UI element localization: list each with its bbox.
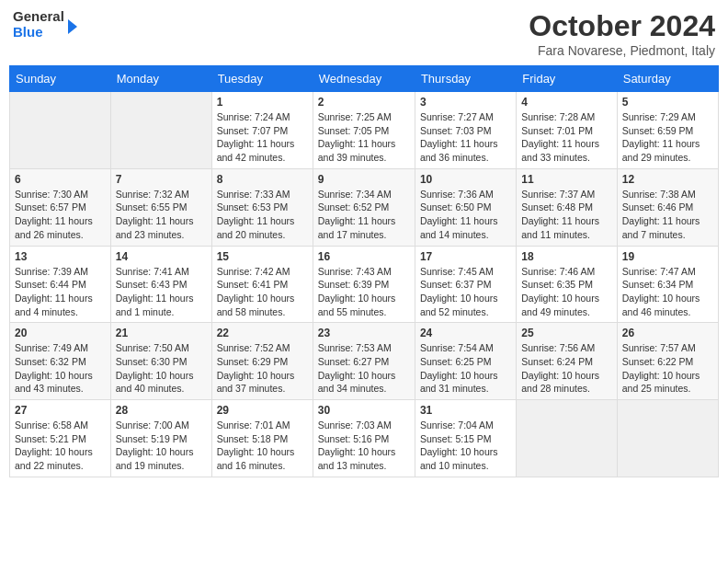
day-info: Sunrise: 7:37 AMSunset: 6:48 PMDaylight:… [521, 188, 611, 242]
day-number: 16 [318, 250, 410, 263]
daylight-text: Daylight: 10 hours and 37 minutes. [217, 370, 295, 395]
weekday-header-tuesday: Tuesday [211, 66, 313, 92]
calendar-cell: 2Sunrise: 7:25 AMSunset: 7:05 PMDaylight… [313, 92, 415, 169]
sunset-text: Sunset: 5:21 PM [15, 433, 86, 444]
weekday-header-saturday: Saturday [617, 66, 718, 92]
day-number: 12 [622, 173, 713, 186]
day-info: Sunrise: 7:00 AMSunset: 5:19 PMDaylight:… [116, 419, 207, 473]
sunrise-text: Sunrise: 7:42 AM [217, 266, 290, 277]
daylight-text: Daylight: 11 hours and 39 minutes. [318, 138, 396, 163]
calendar-cell: 5Sunrise: 7:29 AMSunset: 6:59 PMDaylight… [617, 92, 718, 169]
sunrise-text: Sunrise: 7:27 AM [420, 111, 494, 122]
calendar-cell: 22Sunrise: 7:52 AMSunset: 6:29 PMDayligh… [211, 323, 313, 400]
sunrise-text: Sunrise: 7:33 AM [217, 189, 290, 200]
sunset-text: Sunset: 6:37 PM [420, 279, 492, 290]
daylight-text: Daylight: 11 hours and 20 minutes. [217, 215, 295, 240]
sunset-text: Sunset: 6:39 PM [318, 279, 390, 290]
weekday-header-row: SundayMondayTuesdayWednesdayThursdayFrid… [10, 66, 719, 92]
calendar-cell: 9Sunrise: 7:34 AMSunset: 6:52 PMDaylight… [313, 168, 415, 246]
calendar-cell: 29Sunrise: 7:01 AMSunset: 5:18 PMDayligh… [211, 400, 313, 477]
calendar-cell: 12Sunrise: 7:38 AMSunset: 6:46 PMDayligh… [617, 168, 718, 246]
day-number: 25 [521, 327, 611, 339]
day-number: 29 [217, 404, 308, 417]
daylight-text: Daylight: 10 hours and 40 minutes. [116, 370, 194, 395]
sunset-text: Sunset: 6:24 PM [521, 356, 593, 367]
day-info: Sunrise: 7:04 AMSunset: 5:15 PMDaylight:… [420, 419, 511, 473]
sunset-text: Sunset: 6:30 PM [116, 356, 188, 367]
weekday-header-friday: Friday [517, 66, 617, 92]
daylight-text: Daylight: 10 hours and 16 minutes. [217, 446, 295, 471]
daylight-text: Daylight: 10 hours and 25 minutes. [622, 370, 700, 395]
sunrise-text: Sunrise: 7:25 AM [318, 111, 392, 122]
day-info: Sunrise: 7:43 AMSunset: 6:39 PMDaylight:… [318, 265, 410, 319]
day-info: Sunrise: 7:29 AMSunset: 6:59 PMDaylight:… [622, 110, 713, 165]
daylight-text: Daylight: 11 hours and 4 minutes. [15, 293, 93, 317]
sunset-text: Sunset: 6:48 PM [521, 201, 593, 213]
calendar-cell: 28Sunrise: 7:00 AMSunset: 5:19 PMDayligh… [110, 400, 211, 477]
week-row-3: 13Sunrise: 7:39 AMSunset: 6:44 PMDayligh… [10, 246, 719, 323]
day-number: 2 [318, 96, 410, 109]
sunset-text: Sunset: 6:22 PM [622, 356, 694, 367]
day-info: Sunrise: 7:27 AMSunset: 7:03 PMDaylight:… [420, 110, 511, 165]
day-info: Sunrise: 7:38 AMSunset: 6:46 PMDaylight:… [622, 188, 713, 242]
day-number: 22 [217, 327, 308, 339]
week-row-4: 20Sunrise: 7:49 AMSunset: 6:32 PMDayligh… [10, 323, 719, 400]
day-number: 8 [217, 173, 308, 186]
sunset-text: Sunset: 6:34 PM [622, 279, 694, 290]
sunset-text: Sunset: 5:19 PM [116, 433, 188, 444]
day-number: 14 [116, 250, 207, 263]
logo-general: General [13, 9, 64, 25]
sunrise-text: Sunrise: 7:56 AM [521, 342, 595, 353]
week-row-5: 27Sunrise: 6:58 AMSunset: 5:21 PMDayligh… [10, 400, 719, 477]
sunset-text: Sunset: 6:32 PM [15, 356, 86, 367]
weekday-header-wednesday: Wednesday [313, 66, 415, 92]
calendar-cell: 26Sunrise: 7:57 AMSunset: 6:22 PMDayligh… [617, 323, 718, 400]
day-info: Sunrise: 7:50 AMSunset: 6:30 PMDaylight:… [116, 341, 207, 396]
daylight-text: Daylight: 10 hours and 58 minutes. [217, 293, 295, 317]
sunset-text: Sunset: 6:59 PM [622, 125, 694, 136]
day-number: 9 [318, 173, 410, 186]
day-number: 21 [116, 327, 207, 339]
page-header: General Blue October 2024 Fara Novarese,… [9, 9, 719, 58]
day-info: Sunrise: 7:03 AMSunset: 5:16 PMDaylight:… [318, 419, 410, 473]
calendar-cell: 3Sunrise: 7:27 AMSunset: 7:03 PMDaylight… [415, 92, 516, 169]
sunrise-text: Sunrise: 7:32 AM [116, 189, 189, 200]
sunrise-text: Sunrise: 7:49 AM [15, 342, 88, 353]
sunset-text: Sunset: 6:41 PM [217, 279, 289, 290]
day-info: Sunrise: 7:24 AMSunset: 7:07 PMDaylight:… [217, 110, 308, 165]
weekday-header-monday: Monday [110, 66, 211, 92]
daylight-text: Daylight: 10 hours and 52 minutes. [420, 293, 498, 317]
sunrise-text: Sunrise: 7:00 AM [116, 419, 189, 431]
day-number: 17 [420, 250, 511, 263]
sunset-text: Sunset: 7:03 PM [420, 125, 492, 136]
day-info: Sunrise: 7:54 AMSunset: 6:25 PMDaylight:… [420, 341, 511, 396]
daylight-text: Daylight: 10 hours and 31 minutes. [420, 370, 498, 395]
calendar-cell: 8Sunrise: 7:33 AMSunset: 6:53 PMDaylight… [211, 168, 313, 246]
sunset-text: Sunset: 6:46 PM [622, 201, 694, 213]
day-info: Sunrise: 7:30 AMSunset: 6:57 PMDaylight:… [15, 188, 106, 242]
calendar-cell: 18Sunrise: 7:46 AMSunset: 6:35 PMDayligh… [517, 246, 617, 323]
daylight-text: Daylight: 10 hours and 43 minutes. [15, 370, 93, 395]
day-number: 6 [15, 173, 106, 186]
day-number: 28 [116, 404, 207, 417]
sunrise-text: Sunrise: 7:24 AM [217, 111, 290, 122]
week-row-1: 1Sunrise: 7:24 AMSunset: 7:07 PMDaylight… [10, 92, 719, 169]
calendar-cell: 19Sunrise: 7:47 AMSunset: 6:34 PMDayligh… [617, 246, 718, 323]
sunrise-text: Sunrise: 7:28 AM [521, 111, 595, 122]
daylight-text: Daylight: 11 hours and 23 minutes. [116, 215, 194, 240]
sunset-text: Sunset: 7:05 PM [318, 125, 390, 136]
sunrise-text: Sunrise: 7:34 AM [318, 189, 392, 200]
sunrise-text: Sunrise: 7:50 AM [116, 342, 189, 353]
calendar-cell: 16Sunrise: 7:43 AMSunset: 6:39 PMDayligh… [313, 246, 415, 323]
sunrise-text: Sunrise: 7:37 AM [521, 189, 595, 200]
day-info: Sunrise: 7:41 AMSunset: 6:43 PMDaylight:… [116, 265, 207, 319]
daylight-text: Daylight: 10 hours and 19 minutes. [116, 446, 194, 471]
sunset-text: Sunset: 6:53 PM [217, 201, 289, 213]
calendar-cell: 15Sunrise: 7:42 AMSunset: 6:41 PMDayligh… [211, 246, 313, 323]
calendar-cell: 11Sunrise: 7:37 AMSunset: 6:48 PMDayligh… [517, 168, 617, 246]
daylight-text: Daylight: 11 hours and 1 minute. [116, 293, 194, 317]
sunset-text: Sunset: 6:50 PM [420, 201, 492, 213]
day-number: 5 [622, 96, 713, 109]
sunrise-text: Sunrise: 7:52 AM [217, 342, 290, 353]
sunset-text: Sunset: 7:01 PM [521, 125, 593, 136]
